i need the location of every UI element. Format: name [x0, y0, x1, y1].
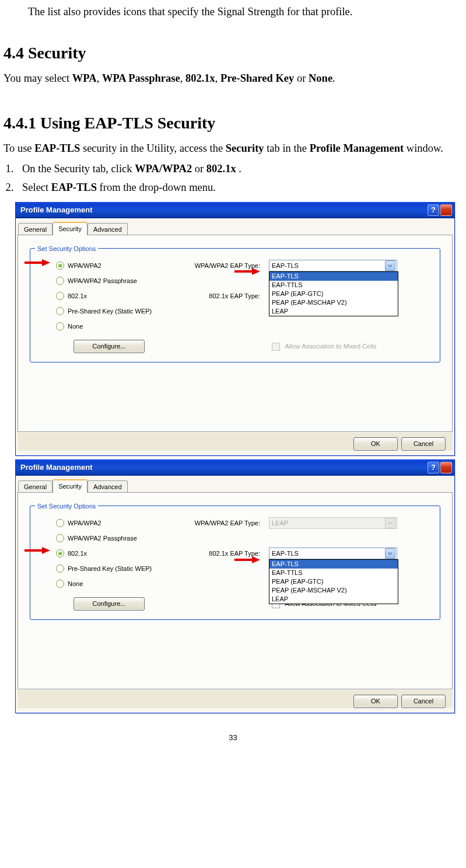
opt-psk: Pre-Shared Key	[220, 72, 294, 84]
section-heading: 4.4 Security	[3, 40, 463, 65]
text-bold: WPA/WPA2	[135, 163, 192, 175]
opt-passphrase: WPA Passphrase	[102, 72, 180, 84]
text-bold: EAP-TLS	[51, 182, 97, 193]
radio-none[interactable]	[56, 580, 64, 588]
ok-button[interactable]: OK	[353, 437, 398, 451]
radio-none-label: None	[68, 579, 83, 589]
wpa-eap-type-combo: LEAP	[269, 517, 397, 529]
combo-value: EAP-TLS	[272, 261, 299, 271]
help-icon: ?	[431, 204, 436, 216]
text: tab in the	[267, 142, 309, 154]
mixed-cells-label: Allow Association to Mixed Cells	[285, 343, 376, 350]
radio-8021x[interactable]	[56, 549, 64, 557]
radio-wpa[interactable]	[56, 519, 64, 527]
chevron-down-icon[interactable]	[385, 548, 395, 559]
text: or	[195, 163, 206, 175]
dropdown-item[interactable]: EAP-TTLS	[269, 569, 398, 577]
window-title: Profile Management	[20, 462, 426, 473]
8021x-eap-type-label: 802.1x EAP Type:	[176, 549, 260, 559]
text: Select	[22, 182, 51, 193]
wpa-eap-type-label: WPA/WPA2 EAP Type:	[176, 261, 260, 271]
8021x-eap-type-combo[interactable]: EAP-TLS EAP-TLS EAP-TTLS PEAP (EAP-GTC) …	[269, 548, 397, 559]
group-label: Set Security Options	[35, 244, 98, 254]
opt-8021x: 802.1x	[185, 72, 215, 84]
radio-passphrase-label: WPA/WPA2 Passphrase	[68, 534, 137, 543]
dropdown-item[interactable]: EAP-TTLS	[269, 281, 398, 290]
dropdown-item[interactable]: LEAP	[269, 595, 398, 604]
radio-psk[interactable]	[56, 564, 64, 573]
text: ,	[97, 72, 102, 84]
help-button[interactable]: ?	[428, 462, 439, 473]
radio-8021x-label: 802.1x	[68, 291, 87, 301]
section-paragraph: You may select WPA, WPA Passphrase, 802.…	[3, 70, 463, 87]
radio-wpa-label: WPA/WPA2	[68, 518, 101, 528]
text: You may select	[3, 72, 72, 84]
text: On the Security tab, click	[22, 163, 135, 175]
chevron-down-icon[interactable]	[385, 260, 395, 271]
chevron-down-icon	[385, 518, 395, 528]
text: window.	[407, 142, 443, 154]
radio-passphrase[interactable]	[56, 534, 64, 542]
titlebar[interactable]: Profile Management ?	[16, 460, 454, 476]
opt-wpa: WPA	[72, 72, 97, 84]
configure-button[interactable]: Configure...	[73, 597, 145, 611]
configure-button[interactable]: Configure...	[73, 340, 145, 353]
text: from the drop-down menu.	[100, 182, 216, 193]
radio-none-label: None	[68, 322, 83, 332]
radio-wpa[interactable]	[56, 262, 64, 270]
help-icon: ?	[431, 462, 436, 473]
tab-page: Set Security Options WPA/WPA2 WPA/WPA2 E…	[17, 492, 453, 689]
radio-8021x[interactable]	[56, 292, 64, 300]
eap-type-dropdown: EAP-TLS EAP-TTLS PEAP (EAP-GTC) PEAP (EA…	[269, 271, 398, 316]
tab-security[interactable]: Security	[52, 479, 87, 493]
cancel-button[interactable]: Cancel	[401, 695, 446, 708]
dropdown-item[interactable]: EAP-TLS	[269, 272, 398, 281]
radio-none[interactable]	[56, 322, 64, 330]
text: .	[332, 72, 335, 84]
dropdown-item[interactable]: PEAP (EAP-GTC)	[269, 577, 398, 586]
close-button[interactable]	[440, 204, 452, 216]
text: ,	[180, 72, 185, 84]
text: or	[294, 72, 309, 84]
subsection-heading: 4.4.1 Using EAP-TLS Security	[3, 110, 463, 135]
tab-bar: General Security Advanced	[18, 479, 453, 493]
combo-value: LEAP	[272, 518, 288, 528]
profile-management-dialog-a: Profile Management ? General Security Ad…	[15, 202, 455, 456]
security-options-group: Set Security Options WPA/WPA2 WPA/WPA2 E…	[30, 248, 440, 362]
tab-page: Set Security Options WPA/WPA2 WPA/WPA2 E…	[17, 235, 453, 432]
radio-passphrase-label: WPA/WPA2 Passphrase	[68, 276, 137, 286]
radio-psk-label: Pre-Shared Key (Static WEP)	[68, 306, 152, 316]
8021x-eap-type-label: 802.1x EAP Type:	[176, 291, 260, 301]
profile-management-dialog-b: Profile Management ? General Security Ad…	[15, 459, 455, 713]
text: To use	[3, 142, 34, 154]
tab-bar: General Security Advanced	[18, 222, 453, 235]
group-label: Set Security Options	[35, 501, 98, 511]
steps-list: On the Security tab, click WPA/WPA2 or 8…	[16, 161, 463, 196]
combo-value: EAP-TLS	[272, 549, 299, 559]
radio-passphrase[interactable]	[56, 277, 64, 285]
dropdown-item[interactable]: PEAP (EAP-MSCHAP V2)	[269, 298, 398, 307]
tab-security[interactable]: Security	[52, 222, 87, 235]
dropdown-item[interactable]: EAP-TLS	[269, 560, 398, 569]
dropdown-item[interactable]: LEAP	[269, 307, 398, 316]
radio-psk[interactable]	[56, 307, 64, 315]
step-2: Select EAP-TLS from the drop-down menu.	[16, 179, 463, 196]
step-1: On the Security tab, click WPA/WPA2 or 8…	[16, 161, 463, 177]
dropdown-item[interactable]: PEAP (EAP-GTC)	[269, 290, 398, 298]
text: .	[239, 163, 241, 175]
help-button[interactable]: ?	[428, 204, 439, 216]
cancel-button[interactable]: Cancel	[401, 437, 446, 451]
security-options-group: Set Security Options WPA/WPA2 WPA/WPA2 E…	[30, 506, 440, 620]
close-button[interactable]	[440, 462, 452, 473]
wpa-eap-type-label: WPA/WPA2 EAP Type:	[176, 518, 260, 528]
text-bold: Security	[226, 142, 264, 154]
dropdown-item[interactable]: PEAP (EAP-MSCHAP V2)	[269, 586, 398, 595]
page-number: 33	[3, 732, 463, 744]
window-title: Profile Management	[20, 204, 426, 216]
titlebar[interactable]: Profile Management ?	[16, 203, 454, 218]
wpa-eap-type-combo[interactable]: EAP-TLS EAP-TLS EAP-TTLS PEAP (EAP-GTC) …	[269, 260, 397, 271]
ok-button[interactable]: OK	[353, 695, 398, 708]
opt-none: None	[309, 72, 332, 84]
intro-line: The list also provides icons that specif…	[28, 4, 463, 20]
text-bold: 802.1x	[206, 163, 236, 175]
